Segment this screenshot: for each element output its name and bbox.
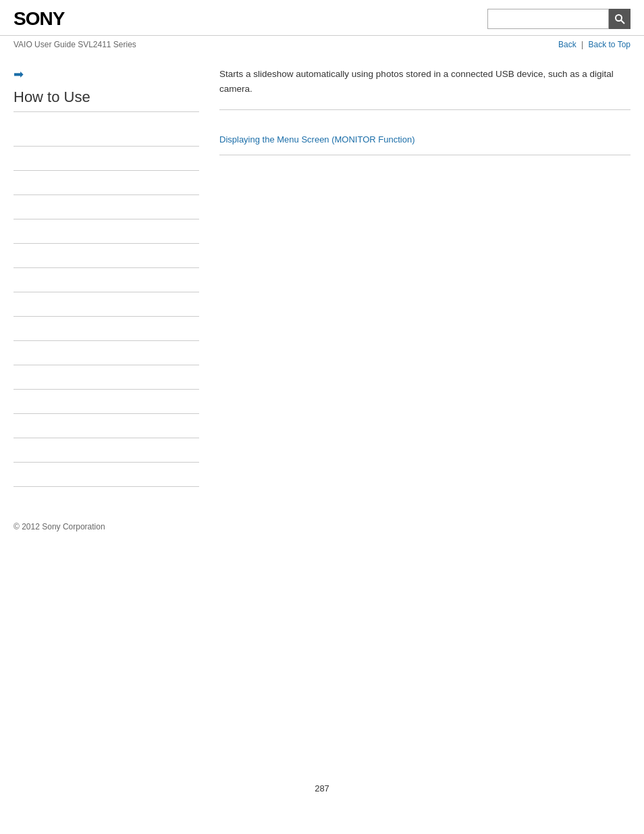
sidebar-link-7[interactable] — [14, 275, 199, 285]
sidebar-title: How to Use — [14, 88, 199, 112]
sidebar-link-10[interactable] — [14, 348, 199, 358]
search-box — [487, 9, 630, 29]
search-button[interactable] — [609, 9, 630, 29]
nav-separator: | — [581, 40, 583, 49]
search-input[interactable] — [487, 9, 609, 29]
sidebar-link-3[interactable] — [14, 178, 199, 188]
sidebar-arrow: ➡ — [14, 67, 199, 82]
list-item — [14, 414, 199, 438]
list-item — [14, 122, 199, 147]
sidebar-link-1[interactable] — [14, 129, 199, 139]
main-content: Starts a slideshow automatically using p… — [213, 60, 630, 487]
sidebar-link-4[interactable] — [14, 202, 199, 212]
sidebar-link-14[interactable] — [14, 445, 199, 455]
list-item — [14, 147, 199, 171]
sidebar-link-9[interactable] — [14, 323, 199, 334]
list-item — [14, 341, 199, 365]
list-item — [14, 463, 199, 487]
sony-logo: SONY — [14, 8, 64, 30]
sidebar-link-12[interactable] — [14, 396, 199, 407]
list-item — [14, 292, 199, 317]
list-item — [14, 219, 199, 244]
list-item — [14, 317, 199, 341]
sidebar: ➡ How to Use — [14, 60, 213, 487]
sidebar-link-5[interactable] — [14, 226, 199, 236]
page-number: 287 — [301, 770, 343, 807]
footer: © 2012 Sony Corporation — [0, 507, 644, 545]
back-to-top-link[interactable]: Back to Top — [589, 40, 630, 49]
copyright-text: © 2012 Sony Corporation — [14, 522, 105, 531]
list-item — [14, 268, 199, 292]
sidebar-link-13[interactable] — [14, 421, 199, 431]
list-item — [14, 438, 199, 463]
svg-point-0 — [616, 15, 622, 21]
sidebar-link-11[interactable] — [14, 372, 199, 382]
back-link[interactable]: Back — [558, 40, 576, 49]
nav-bar: VAIO User Guide SVL2411 Series Back | Ba… — [0, 36, 644, 53]
header: SONY — [0, 0, 644, 36]
list-item — [14, 171, 199, 195]
list-item — [14, 244, 199, 268]
nav-links: Back | Back to Top — [558, 40, 630, 49]
content-description: Starts a slideshow automatically using p… — [219, 67, 630, 110]
sidebar-link-2[interactable] — [14, 153, 199, 163]
list-item — [14, 390, 199, 414]
sidebar-items — [14, 122, 199, 487]
sidebar-link-15[interactable] — [14, 469, 199, 479]
sidebar-link-8[interactable] — [14, 299, 199, 309]
monitor-function-link[interactable]: Displaying the Menu Screen (MONITOR Func… — [219, 134, 414, 145]
content-area: ➡ How to Use — [0, 53, 644, 494]
list-item — [14, 365, 199, 390]
list-item — [14, 195, 199, 219]
search-icon — [614, 14, 625, 24]
breadcrumb: VAIO User Guide SVL2411 Series — [14, 40, 136, 49]
content-link-section: Displaying the Menu Screen (MONITOR Func… — [219, 124, 630, 155]
svg-line-1 — [621, 20, 624, 24]
sidebar-link-6[interactable] — [14, 251, 199, 261]
